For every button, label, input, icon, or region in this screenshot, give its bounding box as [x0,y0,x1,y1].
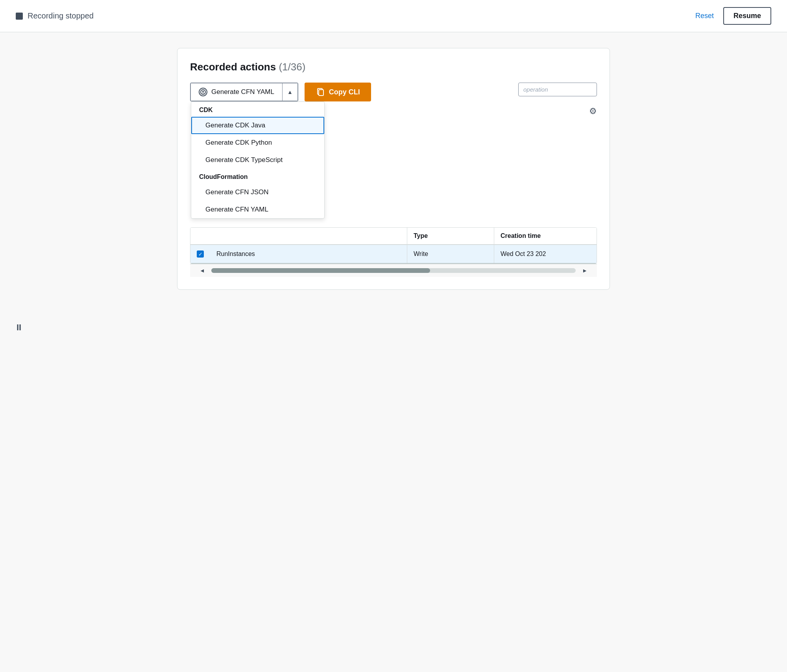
action-count: (1/36) [279,61,305,73]
checkmark-icon: ✓ [198,252,203,257]
top-bar: Recording stopped Reset Resume [0,0,787,32]
horizontal-scrollbar: ◄ ► [190,264,597,277]
table-cell-creation-time: Wed Oct 23 202 [494,245,597,263]
generate-btn-label: Generate CFN YAML [211,88,274,96]
gear-icon: ⚙ [589,106,597,116]
dropdown-group-cfn-label: CloudFormation [191,169,324,184]
recording-status: Recording stopped [16,11,94,20]
checkbox-checked: ✓ [197,250,204,258]
scroll-track[interactable] [211,268,576,273]
copy-cli-icon [316,87,325,97]
generate-arrow-button[interactable]: ▲ [283,83,297,101]
scroll-thumb [211,268,430,273]
scroll-left-button[interactable]: ◄ [196,267,208,274]
table-header-action [210,228,407,244]
dropdown-item-cdk-java[interactable]: Generate CDK Java [191,117,324,134]
copy-cli-label: Copy CLI [329,88,360,96]
operation-search-placeholder: operation [523,86,548,93]
copy-cli-button[interactable]: Copy CLI [305,83,371,101]
dropdown-item-cdk-python[interactable]: Generate CDK Python [191,134,324,151]
dropdown-item-cfn-yaml[interactable]: Generate CFN YAML [191,201,324,218]
table-cell-action: RunInstances [210,245,407,263]
table-cell-type: Write [407,245,494,263]
recording-status-label: Recording stopped [28,11,94,20]
table-cell-checkbox[interactable]: ✓ [190,245,210,263]
table-header-type: Type [407,228,494,244]
reset-button[interactable]: Reset [695,12,714,20]
generate-dropdown: CDK Generate CDK Java Generate CDK Pytho… [191,101,325,219]
settings-icon[interactable]: ⚙ [589,106,597,116]
dropdown-item-cfn-json[interactable]: Generate CFN JSON [191,184,324,201]
scroll-right-button[interactable]: ► [579,267,591,274]
table-row: ✓ RunInstances Write Wed Oct 23 202 [190,245,597,263]
generate-icon [199,88,207,96]
generate-cfn-yaml-button[interactable]: Generate CFN YAML [191,83,282,101]
operation-search-box[interactable]: operation [518,83,597,96]
dropdown-item-cdk-typescript[interactable]: Generate CDK TypeScript [191,151,324,169]
generate-btn-group: Generate CFN YAML ▲ CDK Generate CDK Jav… [190,83,298,101]
section-title: Recorded actions (1/36) [190,61,597,73]
toolbar: Generate CFN YAML ▲ CDK Generate CDK Jav… [190,83,597,101]
dropdown-group-cdk-label: CDK [191,102,324,117]
table-header: Type Creation time [190,228,597,245]
table-header-creation-time: Creation time [494,228,597,244]
recorded-actions-card: Recorded actions (1/36) Generate CFN YAM… [177,48,610,290]
section-title-text: Recorded actions [190,61,276,73]
table-header-checkbox [190,228,210,244]
top-bar-actions: Reset Resume [695,7,771,25]
stop-icon [16,13,23,20]
resume-button[interactable]: Resume [723,7,771,25]
main-content: Recorded actions (1/36) Generate CFN YAM… [0,32,787,306]
actions-table: Type Creation time ✓ RunInstances Write [190,227,597,264]
svg-rect-3 [319,90,323,96]
